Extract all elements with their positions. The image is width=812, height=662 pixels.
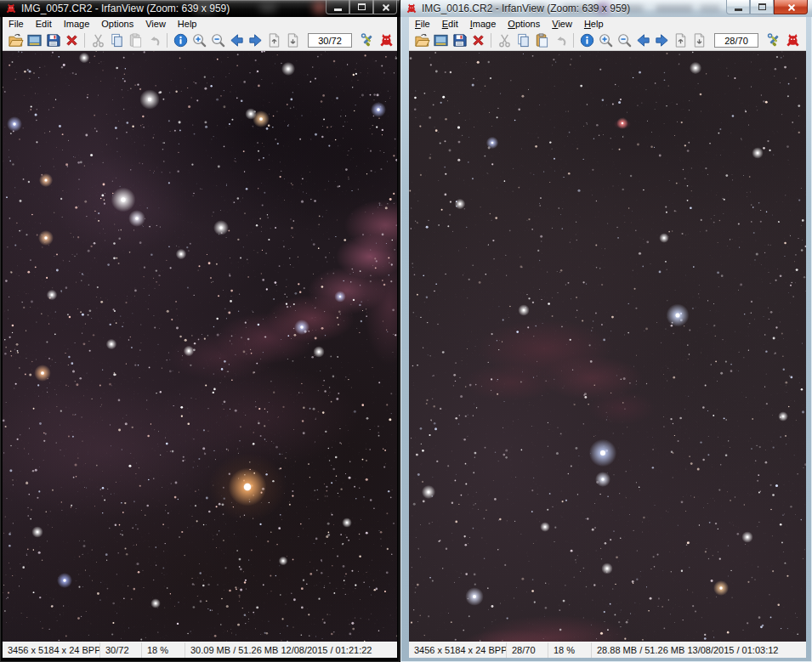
delete-button[interactable] [468,31,487,50]
image-counter-input[interactable] [714,33,758,48]
save-button[interactable] [450,31,468,50]
cut-button[interactable] [88,31,107,50]
page-up-button[interactable] [264,31,283,50]
zoom-out-button[interactable] [208,31,227,50]
page-down-button[interactable] [283,31,302,50]
menu-item[interactable]: View [546,18,578,30]
glass-reflection [656,5,693,12]
open-folder-icon [414,32,430,48]
menu-item[interactable]: Image [464,18,503,30]
slideshow-button[interactable] [25,31,43,50]
minimize-icon [735,8,742,11]
open-folder-icon [8,32,24,48]
zoom-in-button[interactable] [596,31,615,50]
minimize-button[interactable] [326,0,349,14]
copy-button[interactable] [107,31,126,50]
photo-canvas[interactable] [3,51,397,642]
slideshow-button[interactable] [431,31,450,50]
undo-button[interactable] [145,31,163,50]
next-image-button[interactable] [652,31,671,50]
paste-clipboard-icon [128,32,144,48]
page-up-button[interactable] [671,31,690,50]
info-circle-icon [579,32,595,48]
cut-button[interactable] [495,31,514,50]
slideshow-icon [26,32,43,48]
minimize-button[interactable] [726,0,750,14]
cut-scissors-icon [497,32,513,48]
status-file-details: 30.09 MB / 51.26 MB 12/08/2015 / 01:21:2… [185,642,397,658]
maximize-button[interactable] [349,0,373,14]
save-button[interactable] [43,31,62,50]
irfanview-app-icon [5,3,17,14]
close-icon [381,3,390,12]
toolbar [3,31,397,51]
info-circle-icon [173,32,189,48]
delete-button[interactable] [62,31,81,50]
menu-item[interactable]: Help [172,18,203,30]
undo-button[interactable] [551,31,570,50]
status-file-details: 28.88 MB / 51.26 MB 13/08/2015 / 01:03:1… [592,642,806,658]
zoom-in-magnifier-icon [191,32,207,48]
menu-bar: FileEditImageOptionsViewHelp [409,17,806,31]
status-bar: 3456 x 5184 x 24 BPP 30/72 18 % 30.09 MB… [3,642,397,658]
settings-button[interactable] [358,31,377,50]
zoom-out-magnifier-icon [210,32,226,48]
paste-button[interactable] [532,31,551,50]
info-button[interactable] [577,31,596,50]
page-up-icon [673,32,689,48]
info-button[interactable] [171,31,190,50]
previous-arrow-icon [635,32,651,48]
menu-item[interactable]: Options [502,18,546,30]
next-arrow-icon [654,32,670,48]
next-image-button[interactable] [246,31,264,50]
irfanview-window-right: IMG_0016.CR2 - IrfanView (Zoom: 639 x 95… [400,0,812,662]
close-button[interactable] [774,0,808,14]
irfanview-devil-icon [785,32,801,48]
delete-x-icon [470,32,486,48]
menu-item[interactable]: File [409,18,436,30]
save-floppy-icon [45,32,61,48]
copy-pages-icon [109,32,125,48]
menu-item[interactable]: Image [58,18,96,30]
irfanview-app-icon [406,3,417,14]
zoom-out-button[interactable] [615,31,633,50]
close-icon [786,3,796,12]
copy-button[interactable] [514,31,532,50]
title-bar[interactable]: IMG_0057.CR2 - IrfanView (Zoom: 639 x 95… [0,0,400,17]
photo-canvas[interactable] [409,51,806,642]
close-button[interactable] [373,0,397,14]
settings-tools-icon [360,32,376,48]
title-bar[interactable]: IMG_0016.CR2 - IrfanView (Zoom: 639 x 95… [400,0,812,17]
maximize-icon [358,3,366,10]
open-button[interactable] [412,31,431,50]
paste-button[interactable] [126,31,145,50]
maximize-button[interactable] [750,0,774,14]
settings-button[interactable] [764,31,783,50]
status-image-index: 28/70 [507,642,548,658]
status-dimensions: 3456 x 5184 x 24 BPP [409,642,507,658]
previous-image-button[interactable] [227,31,246,50]
status-bar: 3456 x 5184 x 24 BPP 28/70 18 % 28.88 MB… [409,642,806,658]
menu-item[interactable]: Edit [30,18,58,30]
previous-arrow-icon [229,32,245,48]
open-button[interactable] [6,31,25,50]
status-zoom-percent: 18 % [142,642,185,658]
status-image-index: 30/72 [100,642,142,658]
page-down-icon [285,32,301,48]
image-counter-input[interactable] [308,33,352,48]
menu-item[interactable]: Help [578,18,610,30]
about-irfanview-button[interactable] [783,31,802,50]
menu-item[interactable]: Options [95,18,139,30]
menu-item[interactable]: View [139,18,172,30]
menu-item[interactable]: Edit [436,18,464,30]
page-down-button[interactable] [690,31,708,50]
about-irfanview-button[interactable] [377,31,395,50]
glass-reflection [313,2,327,14]
next-arrow-icon [247,32,264,48]
toolbar-separator [491,33,491,48]
irfanview-window-left: IMG_0057.CR2 - IrfanView (Zoom: 639 x 95… [0,0,400,662]
menu-bar: FileEditImageOptionsViewHelp [3,17,397,31]
menu-item[interactable]: File [3,18,30,30]
previous-image-button[interactable] [633,31,652,50]
zoom-in-button[interactable] [190,31,208,50]
